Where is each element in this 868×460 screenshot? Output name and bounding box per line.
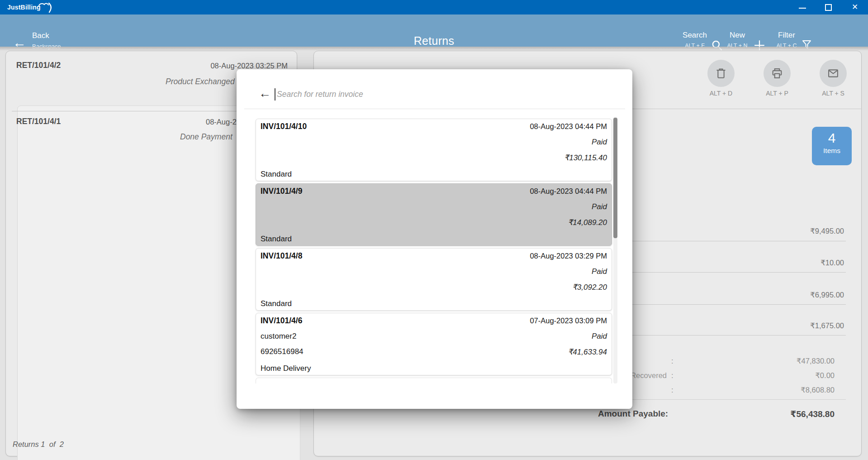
invoice-phone: 6926516984 xyxy=(261,347,304,356)
items-label: Items xyxy=(812,147,852,155)
invoice-card[interactable]: INV/101/4/6 07-Aug-2023 03:09 PM custome… xyxy=(256,313,612,375)
return-id: RET/101/4/1 xyxy=(16,117,61,126)
invoice-type: Standard xyxy=(261,170,292,179)
send-button[interactable] xyxy=(820,60,847,87)
amount-payable-value: ₹56,438.80 xyxy=(724,409,835,419)
invoice-amount: ₹41,633.94 xyxy=(568,347,607,357)
modal-list-scrollbar-thumb[interactable] xyxy=(613,118,617,238)
text-caret xyxy=(275,88,275,101)
send-shortcut: ALT + S xyxy=(814,90,852,97)
maximize-icon xyxy=(825,4,832,11)
summary-colon: : xyxy=(671,386,674,394)
invoice-datetime: 07-Aug-2023 03:09 PM xyxy=(530,316,607,325)
summary-value: ₹8,608.80 xyxy=(724,386,835,394)
items-count-badge: 4 Items xyxy=(812,127,852,165)
trash-icon xyxy=(715,67,727,80)
cloud-logo-icon xyxy=(38,0,58,14)
invoice-status: Paid xyxy=(592,202,607,211)
invoice-type: Home Delivery xyxy=(261,364,311,373)
printer-icon xyxy=(771,67,783,80)
invoice-customer: customer2 xyxy=(261,332,296,341)
items-count: 4 xyxy=(812,130,852,146)
invoice-amount: ₹14,089.20 xyxy=(568,218,607,227)
print-button[interactable] xyxy=(764,60,791,87)
minimize-icon xyxy=(799,8,806,9)
invoice-number: INV/101/4/9 xyxy=(261,187,302,196)
summary-value: ₹47,830.00 xyxy=(724,357,835,365)
search-button-label: Search xyxy=(678,31,711,40)
invoice-status: Paid xyxy=(592,138,607,147)
return-status: Done Payment xyxy=(180,132,232,142)
summary-colon: : xyxy=(671,371,674,380)
app-header: ← Back Backspace Returns Search ALT + F … xyxy=(0,14,868,47)
modal-back-arrow-icon[interactable]: ← xyxy=(259,86,271,100)
summary-colon: : xyxy=(671,357,674,365)
delete-button[interactable] xyxy=(707,60,735,87)
app-logo: JustBilling xyxy=(7,4,41,11)
invoice-number: INV/101/4/10 xyxy=(261,122,307,131)
invoice-number: INV/101/4/8 xyxy=(261,251,302,261)
summary-value: ₹0.00 xyxy=(724,371,835,380)
app-window: JustBilling ✕ ← Back Backspace Returns S… xyxy=(0,0,868,460)
print-shortcut: ALT + P xyxy=(758,90,796,97)
line-amount: ₹10.00 xyxy=(724,259,844,267)
invoice-amount: ₹3,092.20 xyxy=(572,283,607,292)
minimize-button[interactable] xyxy=(792,0,813,14)
invoice-card-partial[interactable] xyxy=(256,378,612,383)
modal-header-divider xyxy=(244,109,625,109)
titlebar: JustBilling ✕ xyxy=(0,0,868,14)
invoice-datetime: 08-Aug-2023 04:44 PM xyxy=(530,122,607,131)
amount-payable-label: Amount Payable: xyxy=(598,409,668,419)
invoice-card[interactable]: INV/101/4/8 08-Aug-2023 03:29 PM Paid ₹3… xyxy=(256,248,612,311)
invoice-card[interactable]: INV/101/4/10 08-Aug-2023 04:44 PM Paid ₹… xyxy=(256,119,612,181)
invoice-status: Paid xyxy=(592,267,607,276)
invoice-type: Standard xyxy=(261,299,292,308)
header-shadow xyxy=(0,47,868,51)
return-id: RET/101/4/2 xyxy=(16,61,61,70)
invoice-amount: ₹130,115.40 xyxy=(564,153,607,163)
line-amount: ₹1,675.00 xyxy=(724,321,844,330)
new-button-label: New xyxy=(725,31,750,40)
invoice-search-input[interactable] xyxy=(277,87,571,101)
delete-shortcut: ALT + D xyxy=(702,90,740,97)
return-datetime: 08-Aug-20 xyxy=(206,118,241,126)
close-button[interactable]: ✕ xyxy=(844,0,865,14)
invoice-datetime: 08-Aug-2023 03:29 PM xyxy=(530,252,607,260)
returns-pager: Returns 1 of 2 xyxy=(13,440,64,449)
invoice-datetime: 08-Aug-2023 04:44 PM xyxy=(530,187,607,196)
line-amount: ₹9,495.00 xyxy=(724,227,844,235)
maximize-button[interactable] xyxy=(818,0,839,14)
invoice-card-selected[interactable]: INV/101/4/9 08-Aug-2023 04:44 PM Paid ₹1… xyxy=(256,183,612,246)
return-status: Product Exchanged xyxy=(166,77,235,86)
invoice-number: INV/101/4/6 xyxy=(261,316,302,326)
envelope-icon xyxy=(827,67,840,80)
invoice-status: Paid xyxy=(592,332,607,341)
line-amount: ₹6,995.00 xyxy=(724,291,844,299)
filter-button-label: Filter xyxy=(771,31,802,40)
invoice-type: Standard xyxy=(261,235,292,244)
